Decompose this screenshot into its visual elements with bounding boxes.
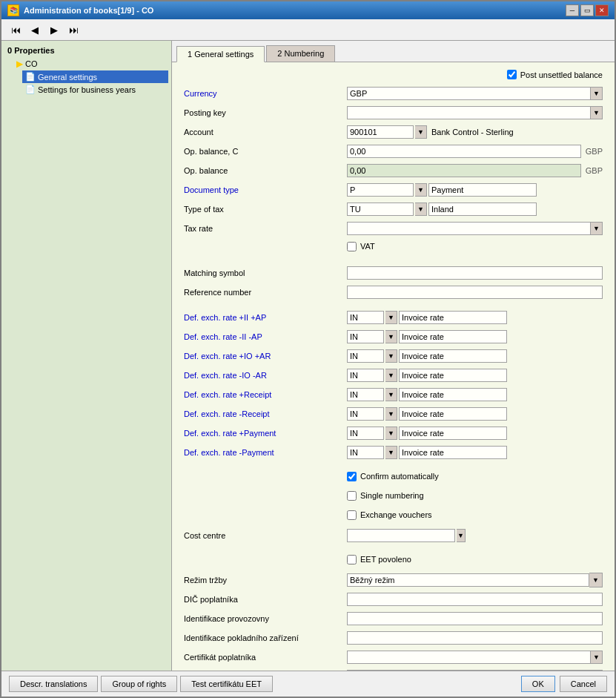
exch-rate-code-7[interactable] <box>347 446 384 459</box>
exch-rate-code-3[interactable] <box>347 369 384 382</box>
exch-rate-name-6[interactable] <box>399 427 507 440</box>
tax-rate-row: Tax rate ▼ <box>184 220 603 237</box>
prev-button[interactable]: ◀ <box>27 22 43 38</box>
sidebar-item-co[interactable]: ▶ CO <box>13 57 168 70</box>
minimize-button[interactable]: ─ <box>566 4 579 16</box>
exch-rate-dropdown-btn-5[interactable]: ▼ <box>385 407 397 421</box>
cost-centre-input[interactable] <box>347 529 455 542</box>
exch-rate-code-2[interactable] <box>347 349 384 363</box>
first-button[interactable]: ⏮ <box>7 22 24 38</box>
matching-symbol-input[interactable] <box>347 266 603 280</box>
restore-button[interactable]: ▭ <box>580 4 594 16</box>
cost-centre-row: Cost centre ▼ <box>184 527 603 544</box>
document-type-code[interactable] <box>347 183 414 197</box>
toolbar: ⏮ ◀ ▶ ⏭ <box>1 19 615 41</box>
exch-rate-code-0[interactable] <box>347 311 384 324</box>
eet-checkbox[interactable] <box>347 555 357 564</box>
exch-rate-label-2: Def. exch. rate +IO +AR <box>184 352 347 360</box>
dic-input[interactable] <box>347 593 603 606</box>
exch-rate-name-3[interactable] <box>399 369 507 382</box>
exch-rate-name-0[interactable] <box>399 311 507 324</box>
post-unsettled-checkbox[interactable] <box>507 70 517 79</box>
type-of-tax-control: ▼ <box>347 203 603 216</box>
exch-rate-code-5[interactable] <box>347 407 384 421</box>
sidebar-item-business-years[interactable]: 📄 Settings for business years <box>22 83 168 96</box>
exch-rate-name-2[interactable] <box>399 349 507 363</box>
group-of-rights-button[interactable]: Group of rights <box>101 676 177 692</box>
exch-rate-name-4[interactable] <box>399 388 507 401</box>
confirm-auto-checkbox[interactable] <box>347 472 357 481</box>
exch-rate-name-5[interactable] <box>399 407 507 421</box>
exch-rate-dropdown-btn-7[interactable]: ▼ <box>385 446 397 459</box>
posting-key-row: Posting key ▼ <box>184 105 603 121</box>
certifikat-dropdown-btn[interactable]: ▼ <box>591 651 603 664</box>
exch-rate-dropdown-btn-3[interactable]: ▼ <box>385 369 397 382</box>
exch-rate-code-6[interactable] <box>347 427 384 440</box>
cancel-button[interactable]: Cancel <box>560 676 607 692</box>
tab-general-settings[interactable]: 1 General settings <box>176 46 265 62</box>
document-type-dropdown-btn[interactable]: ▼ <box>415 183 427 197</box>
main-window: 📚 Administration of books[1/9] - CO ─ ▭ … <box>0 0 616 698</box>
exch-rate-dropdown-btn-6[interactable]: ▼ <box>385 427 397 440</box>
exch-rate-name-1[interactable] <box>399 330 507 343</box>
certifikat-input[interactable] <box>347 651 591 664</box>
app-icon: 📚 <box>7 4 19 16</box>
exchange-vouchers-checkbox[interactable] <box>347 510 357 520</box>
currency-dropdown-btn[interactable]: ▼ <box>591 87 603 100</box>
type-of-tax-name[interactable] <box>428 203 537 216</box>
exchange-vouchers-row: Exchange vouchers <box>184 508 603 524</box>
identifikace-provozovny-label: Identifikace provozovny <box>184 614 347 623</box>
reference-number-input[interactable] <box>347 286 603 299</box>
account-dropdown-btn[interactable]: ▼ <box>415 125 427 139</box>
sidebar-header[interactable]: 0 Properties <box>4 44 168 57</box>
window-controls: ─ ▭ ✕ <box>566 4 609 16</box>
cost-centre-dropdown-btn[interactable]: ▼ <box>457 529 466 542</box>
exch-rate-name-7[interactable] <box>399 446 507 459</box>
op-balance-input[interactable] <box>347 164 581 177</box>
exch-rate-code-1[interactable] <box>347 330 384 343</box>
vat-checkbox[interactable] <box>347 242 357 251</box>
close-button[interactable]: ✕ <box>595 4 609 16</box>
document-type-row: Document type ▼ <box>184 182 603 198</box>
single-numbering-checkbox[interactable] <box>347 491 357 501</box>
exch-rate-row-7: Def. exch. rate -Payment ▼ <box>184 444 603 461</box>
exch-rate-dropdown-btn-2[interactable]: ▼ <box>385 349 397 363</box>
type-of-tax-code[interactable] <box>347 203 414 216</box>
document-type-name[interactable] <box>428 183 537 197</box>
test-certifikatu-button[interactable]: Test certifikátu EET <box>180 676 273 692</box>
certifikat-label: Certifikát poplatníka <box>184 653 347 662</box>
account-row: Account ▼ Bank Control - Sterling <box>184 124 603 140</box>
identifikace-provozovny-input[interactable] <box>347 612 603 625</box>
exch-rate-row-3: Def. exch. rate -IO -AR ▼ <box>184 367 603 383</box>
exch-rate-row-2: Def. exch. rate +IO +AR ▼ <box>184 348 603 364</box>
type-of-tax-dropdown-btn[interactable]: ▼ <box>415 203 427 216</box>
exch-rate-code-4[interactable] <box>347 388 384 401</box>
tax-rate-dropdown-btn[interactable]: ▼ <box>591 222 603 235</box>
descr-translations-button[interactable]: Descr. translations <box>9 676 98 692</box>
op-balance-c-row: Op. balance, C GBP <box>184 143 603 159</box>
identifikace-pokladniho-row: Identifikace pokladního zařízení <box>184 630 603 646</box>
sidebar-item-general-settings[interactable]: 📄 General settings <box>22 70 168 83</box>
op-balance-c-input[interactable] <box>347 145 581 158</box>
posting-key-input[interactable] <box>347 106 591 119</box>
tab-numbering[interactable]: 2 Numbering <box>266 45 335 62</box>
op-balance-row: Op. balance GBP <box>184 162 603 179</box>
rezim-trzby-dropdown-btn[interactable]: ▼ <box>589 573 603 587</box>
identifikace-pokladniho-input[interactable] <box>347 631 603 645</box>
posting-key-dropdown-btn[interactable]: ▼ <box>591 106 603 119</box>
rezim-trzby-input[interactable] <box>347 573 589 587</box>
exch-rate-dropdown-btn-4[interactable]: ▼ <box>385 388 397 401</box>
dic-label: DIČ poplatníka <box>184 595 347 604</box>
exch-rate-label-1: Def. exch. rate -II -AP <box>184 332 347 341</box>
op-balance-currency: GBP <box>586 166 603 175</box>
currency-input[interactable] <box>347 87 591 100</box>
exch-rate-dropdown-btn-1[interactable]: ▼ <box>385 330 397 343</box>
last-button[interactable]: ⏭ <box>65 22 82 38</box>
tax-rate-input[interactable] <box>347 222 591 235</box>
exch-rate-dropdown-btn-0[interactable]: ▼ <box>385 311 397 324</box>
play-button[interactable]: ▶ <box>46 22 62 38</box>
identifikace-pokladniho-label: Identifikace pokladního zařízení <box>184 633 347 642</box>
ok-button[interactable]: OK <box>521 676 555 692</box>
window-title: Administration of books[1/9] - CO <box>24 6 153 15</box>
account-input[interactable] <box>347 125 414 139</box>
